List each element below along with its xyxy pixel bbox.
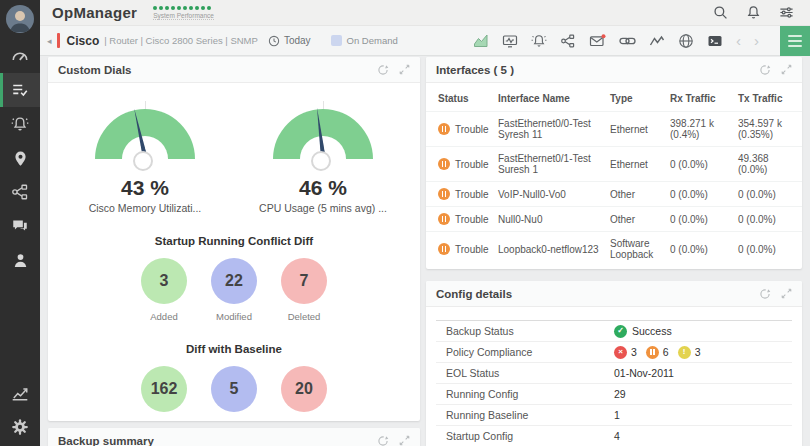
- interface-name-link[interactable]: Loopback0-netflow123: [494, 232, 606, 267]
- table-row[interactable]: Trouble Null0-Nu0 Other 0 (0.0%) 0 (0.0%…: [426, 207, 802, 232]
- critical-icon: ×: [614, 346, 627, 359]
- config-row-startup-config: Startup Config 4: [436, 426, 792, 446]
- system-performance-label: System Performance: [153, 12, 214, 20]
- col-type[interactable]: Type: [606, 85, 666, 112]
- row-label: Running Config: [436, 388, 614, 400]
- device-severity-bar: [57, 33, 60, 48]
- diff-modified[interactable]: 5 Modified: [210, 366, 258, 421]
- terminal-icon[interactable]: [707, 33, 723, 49]
- status-dots: [153, 6, 214, 10]
- alarm-icon[interactable]: [531, 33, 547, 49]
- modified-count: 22: [211, 258, 257, 304]
- table-row[interactable]: Trouble VoIP-Null0-Vo0 Other 0 (0.0%) 0 …: [426, 182, 802, 207]
- backup-summary-panel: Backup summary: [48, 428, 420, 446]
- interface-name-link[interactable]: VoIP-Null0-Vo0: [494, 182, 606, 207]
- trouble-status-icon: [438, 123, 450, 135]
- sidebar-item-reports[interactable]: [0, 376, 40, 410]
- backup-status-value: Success: [632, 325, 672, 337]
- custom-dials-header: Custom Dials: [48, 57, 420, 83]
- gauge-chart: [273, 109, 373, 159]
- sidebar-item-settings[interactable]: [0, 410, 40, 444]
- topology-icon[interactable]: [560, 33, 576, 49]
- topbar: OpManager System Performance: [40, 0, 810, 26]
- row-value[interactable]: 4: [614, 430, 620, 442]
- row-value[interactable]: 29: [614, 388, 626, 400]
- dial-cpu[interactable]: 46 % CPU Usage (5 mins avg) ...: [249, 97, 397, 214]
- app-logo: OpManager: [52, 4, 137, 21]
- dial-label: CPU Usage (5 mins avg) ...: [249, 202, 397, 214]
- next-page-icon[interactable]: ›: [754, 33, 759, 48]
- table-row[interactable]: Trouble FastEthernet0/1-Test Suresh 1 Et…: [426, 147, 802, 182]
- sidebar-item-alarms[interactable]: [0, 107, 40, 141]
- link-icon[interactable]: [619, 33, 636, 49]
- diff-added[interactable]: 3 Added: [140, 258, 188, 322]
- interface-name-link[interactable]: FastEthernet0/0-Test Syresh 11: [494, 112, 606, 147]
- trouble-status-icon: [438, 188, 450, 200]
- trouble-count[interactable]: 6: [663, 346, 669, 358]
- globe-icon[interactable]: [678, 33, 694, 49]
- on-demand-label: On Demand: [347, 35, 398, 46]
- prev-page-icon[interactable]: ‹: [736, 33, 741, 48]
- trouble-status-icon: [438, 158, 450, 170]
- menu-button[interactable]: [780, 26, 810, 56]
- refresh-icon[interactable]: [377, 435, 389, 446]
- success-check-icon: ✓: [614, 325, 627, 338]
- trouble-icon: [646, 346, 659, 359]
- col-rx-traffic[interactable]: Rx Traffic: [666, 85, 734, 112]
- avatar-image: [6, 5, 34, 33]
- user-avatar[interactable]: [6, 5, 34, 33]
- interface-name-link[interactable]: Null0-Nu0: [494, 207, 606, 232]
- diff-deleted[interactable]: 7 Deleted: [280, 258, 328, 322]
- added-count: 3: [141, 258, 187, 304]
- device-meta: | Router | Cisco 2800 Series | SNMP: [104, 35, 258, 46]
- interface-name-link[interactable]: FastEthernet0/1-Test Suresh 1: [494, 147, 606, 182]
- col-tx-traffic[interactable]: Tx Traffic: [734, 85, 802, 112]
- device-name[interactable]: Cisco: [67, 34, 100, 48]
- warning-count[interactable]: 3: [695, 346, 701, 358]
- diff-modified[interactable]: 22 Modified: [210, 258, 258, 322]
- row-value[interactable]: 1: [614, 409, 620, 421]
- sidebar-item-topology[interactable]: [0, 175, 40, 209]
- expand-icon[interactable]: [781, 288, 792, 299]
- trouble-status-icon: [438, 243, 450, 255]
- expand-icon[interactable]: [781, 64, 792, 75]
- settings-sliders-icon[interactable]: [779, 5, 794, 20]
- search-icon[interactable]: [713, 5, 728, 20]
- table-row[interactable]: Trouble FastEthernet0/0-Test Syresh 11 E…: [426, 112, 802, 147]
- device-bar: ◂ Cisco | Router | Cisco 2800 Series | S…: [40, 26, 810, 56]
- sidebar-item-maps[interactable]: [0, 141, 40, 175]
- panel-title: Interfaces ( 5 ): [436, 64, 514, 76]
- sidebar-item-chat[interactable]: [0, 209, 40, 243]
- interfaces-panel: Interfaces ( 5 ) Status: [426, 57, 802, 269]
- config-row-running-config: Running Config 29: [436, 384, 792, 405]
- expand-icon[interactable]: [399, 64, 410, 75]
- diff-deleted[interactable]: 20 Deleted: [280, 366, 328, 421]
- notifications-bell-icon[interactable]: [746, 5, 761, 20]
- table-row[interactable]: Trouble Loopback0-netflow123 Software Lo…: [426, 232, 802, 267]
- diff-added[interactable]: 162 Added: [140, 366, 188, 421]
- col-status[interactable]: Status: [426, 85, 494, 112]
- col-interface-name[interactable]: Interface Name: [494, 85, 606, 112]
- back-chevron-icon[interactable]: ◂: [47, 36, 52, 46]
- config-row-running-baseline: Running Baseline 1: [436, 405, 792, 426]
- refresh-icon[interactable]: [759, 288, 771, 300]
- location-pin-icon: [12, 150, 29, 167]
- critical-count[interactable]: 3: [631, 346, 637, 358]
- traffic-graph-icon[interactable]: [649, 33, 665, 49]
- performance-chart-icon[interactable]: [473, 33, 489, 49]
- mail-icon[interactable]: [589, 33, 606, 49]
- modified-label: Modified: [210, 311, 258, 322]
- time-range-selector[interactable]: Today: [268, 35, 311, 47]
- monitor-graph-icon[interactable]: [502, 33, 518, 49]
- expand-icon[interactable]: [399, 435, 410, 446]
- dial-memory[interactable]: 43 % Cisco Memory Utilizati...: [71, 97, 219, 214]
- sidebar-item-dashboard[interactable]: [0, 39, 40, 73]
- row-label: Backup Status: [436, 325, 614, 337]
- sidebar-item-inventory[interactable]: [0, 73, 40, 107]
- config-table: Backup Status ✓ Success Policy Complianc…: [436, 320, 792, 446]
- sidebar-item-users[interactable]: [0, 243, 40, 277]
- system-performance-widget[interactable]: System Performance: [153, 6, 214, 20]
- dials-row: 43 % Cisco Memory Utilizati... 46 % CPU …: [48, 97, 420, 214]
- refresh-icon[interactable]: [759, 64, 771, 76]
- refresh-icon[interactable]: [377, 64, 389, 76]
